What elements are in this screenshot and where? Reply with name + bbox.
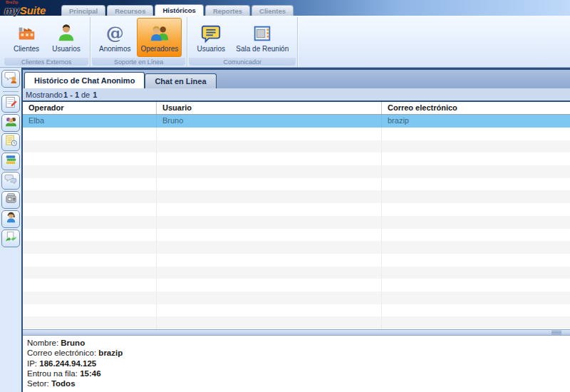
meeting-room-icon bbox=[251, 22, 274, 44]
table-empty-cell bbox=[157, 304, 382, 317]
table-cell: Elba bbox=[23, 115, 157, 128]
detail-label: Correo electrónico: bbox=[27, 349, 96, 357]
ribbon-group-buttons: UsuariosSala de Reunión bbox=[187, 17, 297, 58]
clients-factory-icon bbox=[15, 22, 38, 44]
table-empty-cell bbox=[382, 140, 570, 153]
table-empty-row bbox=[23, 165, 570, 178]
table-row[interactable]: ElbaBrunobrazip bbox=[23, 115, 570, 128]
table-empty-row bbox=[23, 292, 570, 304]
tab-recursos[interactable]: Recursos bbox=[107, 5, 153, 16]
tab-clientes[interactable]: Clientes bbox=[252, 5, 294, 16]
table-empty-cell bbox=[157, 178, 382, 191]
knowledge-books-icon bbox=[4, 153, 18, 170]
table-empty-cell bbox=[157, 254, 382, 267]
table-empty-cell bbox=[157, 229, 382, 242]
table-empty-row bbox=[23, 140, 570, 153]
sala-de-reunion-button[interactable]: Sala de Reunión bbox=[232, 18, 292, 57]
table-empty-cell bbox=[382, 128, 570, 140]
app-logo: BraZipmySuite bbox=[4, 1, 46, 16]
table-data-rows: ElbaBrunobrazip bbox=[23, 115, 570, 128]
table-empty-cell bbox=[23, 267, 157, 279]
tab-principal[interactable]: Principal bbox=[61, 5, 105, 16]
operadores-button[interactable]: Operadores bbox=[137, 18, 182, 57]
anonimos-button[interactable]: @Anonimos bbox=[95, 18, 134, 57]
table-empty-row bbox=[23, 216, 570, 229]
table-empty-cell bbox=[157, 216, 382, 229]
conversations-icon bbox=[4, 172, 18, 189]
table-empty-cell bbox=[382, 254, 570, 267]
brand-my-label: my bbox=[4, 4, 20, 16]
splitter-handle[interactable] bbox=[23, 329, 570, 336]
notepad-icon bbox=[4, 96, 18, 112]
table-empty-cell bbox=[382, 178, 570, 191]
table-empty-area bbox=[23, 128, 570, 329]
table-empty-cell bbox=[23, 140, 157, 153]
sidebar-support-agent-button[interactable] bbox=[1, 210, 20, 228]
ribbon-button-label: Usuarios bbox=[197, 45, 225, 53]
ribbon-group-label: Comunicador bbox=[189, 58, 296, 66]
table-empty-cell bbox=[23, 304, 157, 317]
table-empty-row bbox=[23, 229, 570, 242]
table-empty-cell bbox=[382, 304, 570, 317]
brand-suite-label: Suite bbox=[20, 4, 46, 16]
status-total: 1 bbox=[93, 91, 97, 99]
support-agent-icon bbox=[4, 211, 18, 227]
user-icon bbox=[55, 22, 78, 44]
ribbon-button-label: Anonimos bbox=[99, 45, 130, 53]
sidebar-notepad-button[interactable] bbox=[1, 95, 20, 113]
ribbon-group-comunicador: UsuariosSala de ReuniónComunicador bbox=[187, 17, 298, 67]
subtab-historico-de-chat-anonimo[interactable]: Histórico de Chat Anonimo bbox=[24, 72, 145, 88]
app-window: BraZipmySuite PrincipalRecursosHistórico… bbox=[0, 0, 570, 392]
usuarios-button[interactable]: Usuarios bbox=[48, 18, 85, 57]
schedule-icon bbox=[4, 134, 18, 150]
visitor-details-panel: Nombre: BrunoCorreo electrónico: brazipI… bbox=[23, 336, 570, 392]
table-empty-cell bbox=[382, 241, 570, 254]
status-prefix: Mostrando bbox=[26, 91, 63, 99]
usuarios-button[interactable]: Usuarios bbox=[192, 18, 229, 57]
transfer-icon bbox=[4, 230, 18, 247]
sidebar-transfer-button[interactable] bbox=[1, 229, 20, 247]
chat-operator-icon bbox=[4, 71, 18, 87]
ribbon-button-label: Operadores bbox=[140, 45, 178, 53]
table-empty-cell bbox=[157, 203, 382, 216]
column-header-usuario[interactable]: Usuario bbox=[157, 102, 382, 114]
detail-value: Bruno bbox=[61, 339, 85, 347]
table-empty-cell bbox=[382, 153, 570, 165]
sidebar-schedule-button[interactable] bbox=[1, 133, 20, 151]
table-empty-cell bbox=[382, 316, 570, 329]
sidebar-user-group-button[interactable] bbox=[1, 114, 20, 132]
table-empty-cell bbox=[23, 254, 157, 267]
ribbon-group-soporte-en-linea: @AnonimosOperadoresSoporte en Línea bbox=[90, 17, 187, 67]
at-sign-icon: @ bbox=[103, 22, 126, 44]
table-empty-cell bbox=[23, 190, 157, 203]
table-empty-cell bbox=[382, 229, 570, 242]
table-empty-cell bbox=[382, 190, 570, 203]
top-bar: BraZipmySuite PrincipalRecursosHistórico… bbox=[0, 0, 570, 16]
sidebar-divider bbox=[3, 91, 19, 92]
table-empty-cell bbox=[23, 128, 157, 140]
sidebar-knowledge-books-button[interactable] bbox=[1, 153, 20, 170]
table-empty-cell bbox=[23, 241, 157, 254]
subtab-bar: Histórico de Chat AnonimoChat en Linea bbox=[23, 70, 570, 88]
table-empty-cell bbox=[382, 203, 570, 216]
splitter-grip-icon bbox=[551, 331, 561, 334]
status-range: 1 - 1 bbox=[63, 91, 79, 99]
table-empty-cell bbox=[382, 279, 570, 292]
table-empty-row bbox=[23, 153, 570, 165]
tab-reportes[interactable]: Reportes bbox=[205, 5, 250, 16]
main-tab-bar: PrincipalRecursosHistóricosReportesClien… bbox=[61, 4, 294, 16]
sidebar-phone-button[interactable] bbox=[1, 191, 20, 209]
tab-historicos[interactable]: Históricos bbox=[155, 4, 203, 16]
body-row: Histórico de Chat AnonimoChat en Linea M… bbox=[0, 68, 570, 392]
sidebar-conversations-button[interactable] bbox=[1, 172, 20, 190]
sidebar-chat-operator-button[interactable] bbox=[1, 70, 20, 88]
ribbon-group-buttons: @AnonimosOperadores bbox=[90, 17, 187, 58]
subtab-chat-en-linea[interactable]: Chat en Linea bbox=[145, 73, 216, 88]
operators-icon bbox=[148, 22, 171, 44]
table-empty-row bbox=[23, 304, 570, 317]
clientes-button[interactable]: Clientes bbox=[8, 18, 45, 57]
table-empty-cell bbox=[23, 316, 157, 329]
table-empty-cell bbox=[23, 216, 157, 229]
column-header-operador[interactable]: Operador bbox=[23, 102, 157, 114]
column-header-correo-electronico[interactable]: Correo electrónico bbox=[382, 102, 570, 114]
